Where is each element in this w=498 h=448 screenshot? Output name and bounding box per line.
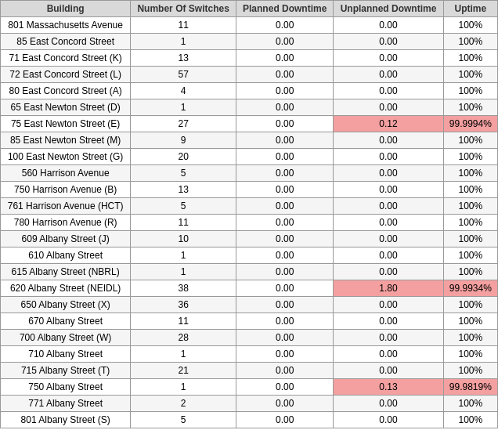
table-cell: 0.00 [334,50,443,67]
table-cell: 71 East Concord Street (K) [1,50,131,67]
table-cell: 100% [443,17,497,34]
table-cell: 36 [131,297,236,313]
table-cell: 1 [131,34,236,50]
table-cell: 609 Albany Street (J) [1,231,131,247]
table-cell: 0.00 [236,280,334,297]
table-cell: 100% [443,346,497,363]
table-cell: 0.12 [334,116,443,132]
table-cell: 0.00 [334,264,443,280]
table-cell: 0.00 [236,99,334,116]
table-cell: 28 [131,330,236,346]
table-cell: 0.00 [334,396,443,412]
table-cell: 100% [443,165,497,182]
table-cell: 1 [131,247,236,264]
table-cell: 5 [131,412,236,428]
table-cell: 0.00 [236,264,334,280]
col-header-uptime: Uptime [443,1,497,17]
table-cell: 610 Albany Street [1,247,131,264]
table-cell: 100% [443,149,497,165]
table-cell: 0.00 [236,198,334,215]
table-cell: 100% [443,363,497,379]
table-cell: 0.00 [334,247,443,264]
table-cell: 20 [131,149,236,165]
table-cell: 0.00 [236,215,334,231]
col-header-unplanned: Unplanned Downtime [334,1,443,17]
table-cell: 100% [443,67,497,83]
table-cell: 27 [131,116,236,132]
table-cell: 100% [443,198,497,215]
table-cell: 761 Harrison Avenue (HCT) [1,198,131,215]
table-cell: 100% [443,396,497,412]
table-cell: 715 Albany Street (T) [1,363,131,379]
table-cell: 2 [131,396,236,412]
table-cell: 100% [443,34,497,50]
table-cell: 0.00 [334,34,443,50]
table-cell: 615 Albany Street (NBRL) [1,264,131,280]
table-cell: 1 [131,99,236,116]
table-cell: 0.00 [236,396,334,412]
table-cell: 0.00 [236,182,334,198]
table-cell: 72 East Concord Street (L) [1,67,131,83]
table-cell: 9 [131,132,236,149]
table-cell: 1.80 [334,280,443,297]
table-cell: 0.00 [236,330,334,346]
table-cell: 0.00 [236,231,334,247]
table-cell: 560 Harrison Avenue [1,165,131,182]
table-cell: 0.00 [236,379,334,396]
table-cell: 5 [131,165,236,182]
table-cell: 100% [443,83,497,99]
table-cell: 100% [443,264,497,280]
table-cell: 0.00 [334,17,443,34]
table-cell: 0.00 [236,50,334,67]
table-cell: 0.00 [334,346,443,363]
table-cell: 100% [443,182,497,198]
table-cell: 0.00 [236,247,334,264]
table-cell: 0.00 [236,17,334,34]
table-cell: 5 [131,198,236,215]
table-cell: 100% [443,215,497,231]
table-cell: 0.00 [236,132,334,149]
table-cell: 11 [131,17,236,34]
table-cell: 0.00 [236,165,334,182]
table-cell: 1 [131,264,236,280]
table-cell: 10 [131,231,236,247]
table-cell: 100% [443,297,497,313]
table-cell: 99.9934% [443,280,497,297]
table-cell: 99.9819% [443,379,497,396]
table-cell: 0.00 [334,83,443,99]
table-cell: 99.9994% [443,116,497,132]
table-cell: 0.00 [334,313,443,330]
table-cell: 0.00 [334,412,443,428]
table-cell: 750 Albany Street [1,379,131,396]
table-cell: 11 [131,313,236,330]
table-cell: 13 [131,182,236,198]
table-cell: 0.00 [334,67,443,83]
table-cell: 650 Albany Street (X) [1,297,131,313]
table-cell: 57 [131,67,236,83]
table-cell: 75 East Newton Street (E) [1,116,131,132]
table-cell: 80 East Concord Street (A) [1,83,131,99]
table-cell: 0.00 [334,297,443,313]
table-cell: 0.00 [236,346,334,363]
table-cell: 0.00 [236,34,334,50]
table-cell: 21 [131,363,236,379]
table-cell: 100% [443,231,497,247]
table-cell: 0.00 [236,83,334,99]
table-cell: 85 East Concord Street [1,34,131,50]
table-cell: 0.00 [236,412,334,428]
table-cell: 0.00 [334,198,443,215]
table-cell: 0.00 [334,231,443,247]
table-cell: 0.00 [334,330,443,346]
table-cell: 100% [443,313,497,330]
table-cell: 700 Albany Street (W) [1,330,131,346]
table-cell: 0.00 [236,67,334,83]
table-cell: 0.00 [334,149,443,165]
col-header-switches: Number Of Switches [131,1,236,17]
table-cell: 4 [131,83,236,99]
table-cell: 100% [443,412,497,428]
table-cell: 710 Albany Street [1,346,131,363]
table-cell: 0.00 [334,99,443,116]
table-cell: 0.00 [236,363,334,379]
table-cell: 100% [443,132,497,149]
table-cell: 100% [443,247,497,264]
